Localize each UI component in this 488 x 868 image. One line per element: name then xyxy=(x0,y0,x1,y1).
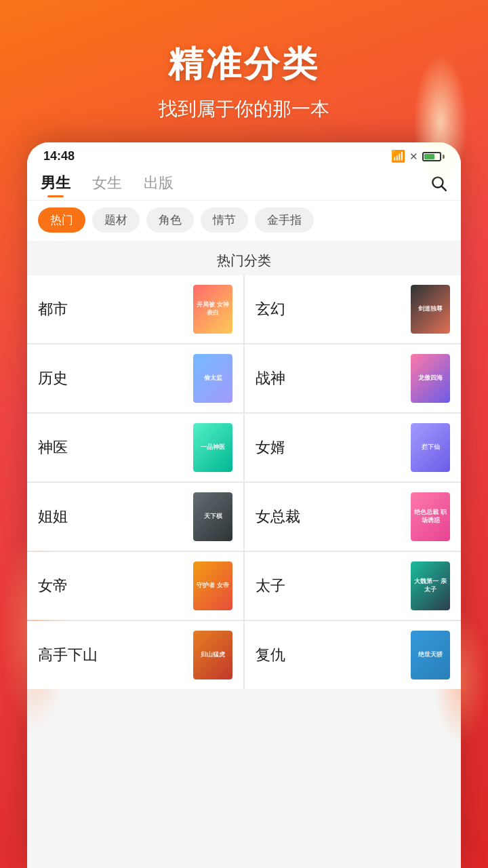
chip-role[interactable]: 角色 xyxy=(146,208,194,233)
category-cell-sister[interactable]: 姐姐天下棋 xyxy=(27,483,243,551)
cover-img-sonin: 拦下仙 xyxy=(411,423,450,472)
category-cell-city[interactable]: 都市开局被 女神表白 xyxy=(27,275,243,343)
hero-title: 精准分类 xyxy=(27,41,461,88)
category-cell-history[interactable]: 历史偷太监 xyxy=(27,344,243,412)
tab-male[interactable]: 男生 xyxy=(41,173,70,197)
cover-text-fantasy: 剑道独尊 xyxy=(415,302,445,316)
filter-chips: 热门 题材 角色 情节 金手指 xyxy=(27,201,461,241)
category-cell-war[interactable]: 战神龙傲四海 xyxy=(245,344,461,412)
book-cover-war: 龙傲四海 xyxy=(411,354,450,403)
cover-img-empress: 守护者 女帝 xyxy=(193,561,232,610)
cover-img-history: 偷太监 xyxy=(193,354,232,403)
category-name-master: 高手下山 xyxy=(38,645,193,665)
book-cover-empress: 守护者 女帝 xyxy=(193,561,232,610)
cover-img-ceo: 绝色总裁 职场诱惑 xyxy=(411,492,450,541)
search-icon[interactable] xyxy=(430,174,447,196)
book-cover-prince: 大魏第一 亲太子 xyxy=(411,561,450,610)
category-cell-revenge[interactable]: 复仇绝世天骄 xyxy=(245,621,461,689)
chip-golden[interactable]: 金手指 xyxy=(255,208,314,233)
hero-subtitle: 找到属于你的那一本 xyxy=(27,96,461,122)
wifi-icon: 📶 xyxy=(391,149,405,163)
category-name-doctor: 神医 xyxy=(38,437,193,458)
category-name-empress: 女帝 xyxy=(38,576,193,596)
svg-line-1 xyxy=(442,186,446,191)
cover-img-prince: 大魏第一 亲太子 xyxy=(411,561,450,610)
category-cell-ceo[interactable]: 女总裁绝色总裁 职场诱惑 xyxy=(245,483,461,551)
category-name-revenge: 复仇 xyxy=(256,645,411,665)
category-cell-master[interactable]: 高手下山归山猛虎 xyxy=(27,621,243,689)
phone-frame: 14:48 📶 ✕ 男生 女生 出版 热门 题材 角色 情节 xyxy=(27,142,461,868)
book-cover-city: 开局被 女神表白 xyxy=(193,285,232,334)
cover-img-doctor: 一品神医 xyxy=(193,423,232,472)
battery-indicator xyxy=(422,152,445,161)
cover-img-master: 归山猛虎 xyxy=(193,631,232,679)
cover-text-ceo: 绝色总裁 职场诱惑 xyxy=(411,506,450,527)
nav-tabs: 男生 女生 出版 xyxy=(27,167,461,201)
cover-text-empress: 守护者 女帝 xyxy=(194,579,232,593)
hero-section: 精准分类 找到属于你的那一本 xyxy=(0,0,488,142)
battery-fill xyxy=(424,154,434,159)
category-name-city: 都市 xyxy=(38,299,193,319)
content-area: 热门分类 都市开局被 女神表白玄幻剑道独尊历史偷太监战神龙傲四海神医一品神医女婿… xyxy=(27,241,461,868)
category-name-fantasy: 玄幻 xyxy=(256,299,411,319)
category-cell-doctor[interactable]: 神医一品神医 xyxy=(27,414,243,481)
cover-text-city: 开局被 女神表白 xyxy=(193,298,232,319)
chip-hot[interactable]: 热门 xyxy=(38,208,85,233)
book-cover-sonin: 拦下仙 xyxy=(411,423,450,472)
book-cover-fantasy: 剑道独尊 xyxy=(411,285,450,334)
book-cover-history: 偷太监 xyxy=(193,354,232,403)
cover-text-war: 龙傲四海 xyxy=(415,372,445,385)
cover-text-history: 偷太监 xyxy=(201,372,225,385)
category-name-sister: 姐姐 xyxy=(38,507,193,527)
category-cell-prince[interactable]: 太子大魏第一 亲太子 xyxy=(245,552,461,620)
category-cell-empress[interactable]: 女帝守护者 女帝 xyxy=(27,552,243,620)
book-cover-ceo: 绝色总裁 职场诱惑 xyxy=(411,492,450,541)
section-title: 热门分类 xyxy=(27,241,461,275)
cover-text-doctor: 一品神医 xyxy=(198,441,228,454)
chip-plot[interactable]: 情节 xyxy=(201,208,248,233)
battery-body xyxy=(422,152,441,161)
cover-text-sonin: 拦下仙 xyxy=(419,441,443,454)
status-time: 14:48 xyxy=(43,149,75,163)
book-cover-doctor: 一品神医 xyxy=(193,423,232,472)
cover-text-sister: 天下棋 xyxy=(201,510,225,524)
category-name-sonin: 女婿 xyxy=(256,437,411,458)
cover-img-revenge: 绝世天骄 xyxy=(411,631,450,679)
cover-text-prince: 大魏第一 亲太子 xyxy=(411,575,450,596)
book-cover-revenge: 绝世天骄 xyxy=(411,631,450,679)
category-cell-fantasy[interactable]: 玄幻剑道独尊 xyxy=(245,275,461,343)
cover-img-city: 开局被 女神表白 xyxy=(193,285,232,334)
cover-text-revenge: 绝世天骄 xyxy=(415,648,445,662)
battery-tip xyxy=(443,155,445,159)
signal-icon: ✕ xyxy=(409,151,418,163)
cover-img-sister: 天下棋 xyxy=(193,492,232,541)
category-name-history: 历史 xyxy=(38,368,193,389)
category-grid: 都市开局被 女神表白玄幻剑道独尊历史偷太监战神龙傲四海神医一品神医女婿拦下仙姐姐… xyxy=(27,275,461,689)
category-cell-sonin[interactable]: 女婿拦下仙 xyxy=(245,414,461,481)
category-name-war: 战神 xyxy=(256,368,411,389)
category-name-prince: 太子 xyxy=(256,576,411,596)
tab-female[interactable]: 女生 xyxy=(92,173,122,197)
book-cover-master: 归山猛虎 xyxy=(193,631,232,679)
status-bar: 14:48 📶 ✕ xyxy=(27,142,461,167)
cover-text-master: 归山猛虎 xyxy=(198,648,228,662)
cover-img-fantasy: 剑道独尊 xyxy=(411,285,450,334)
status-icons: 📶 ✕ xyxy=(391,149,445,163)
book-cover-sister: 天下棋 xyxy=(193,492,232,541)
tab-publish[interactable]: 出版 xyxy=(144,173,174,197)
chip-theme[interactable]: 题材 xyxy=(92,208,140,233)
category-name-ceo: 女总裁 xyxy=(256,507,411,527)
cover-img-war: 龙傲四海 xyxy=(411,354,450,403)
